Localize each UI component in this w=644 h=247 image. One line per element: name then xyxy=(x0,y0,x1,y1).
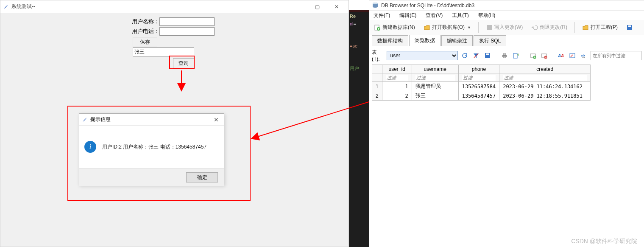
table-label: 表(T): xyxy=(372,49,384,62)
info-icon: i xyxy=(84,141,96,153)
tk-titlebar: 系统测试-- — ▢ ✕ xyxy=(0,0,348,13)
tab-structure[interactable]: 数据库结构 xyxy=(372,35,408,46)
tk-feather-icon xyxy=(3,4,9,10)
table-row[interactable]: 1 1 我是管理员 13526587584 2023-06-29 11:46:2… xyxy=(372,82,591,91)
svg-rect-13 xyxy=(513,53,517,58)
col-created[interactable]: created xyxy=(499,65,591,73)
message-title: 提示信息 xyxy=(90,116,111,123)
col-phone[interactable]: phone xyxy=(458,65,499,73)
code-strip: Re nl= =se 用户 xyxy=(349,10,369,247)
table-row[interactable]: 2 2 张三 13564587457 2023-06-29 12:18:55.9… xyxy=(372,91,591,101)
new-db-button[interactable]: 新建数据库(N) xyxy=(371,22,418,32)
menu-edit[interactable]: 编辑(E) xyxy=(397,11,419,20)
revert-changes-button[interactable]: 倒退更改(R) xyxy=(528,22,570,32)
db-titlebar: DB Browser for SQLite - D:\dd\testdb.db3 xyxy=(369,0,644,11)
tk-window: 系统测试-- — ▢ ✕ 用户名称： 用户电话： 保存 查询 提示信息 ✕ xyxy=(0,0,349,247)
search-input[interactable] xyxy=(133,47,194,56)
db-window-title: DB Browser for SQLite - D:\dd\testdb.db3 xyxy=(381,3,474,8)
text-format-icon[interactable]: AA xyxy=(557,51,566,60)
menu-file[interactable]: 文件(F) xyxy=(371,11,393,20)
svg-point-1 xyxy=(373,3,378,4)
clear-filter-icon[interactable] xyxy=(472,51,481,60)
filter-username[interactable] xyxy=(415,75,455,81)
svg-rect-9 xyxy=(486,53,489,55)
col-username[interactable]: username xyxy=(412,65,458,73)
col-user-id[interactable]: user_id xyxy=(382,65,412,73)
username-label: 用户名称： xyxy=(125,18,159,25)
tk-window-title: 系统测试-- xyxy=(11,3,35,10)
tab-browse[interactable]: 浏览数据 xyxy=(409,35,440,46)
svg-rect-12 xyxy=(503,56,506,58)
phone-row: 用户电话： xyxy=(125,27,215,36)
menu-view[interactable]: 查看(V) xyxy=(423,11,445,20)
phone-input[interactable] xyxy=(159,27,215,36)
export-icon[interactable] xyxy=(511,51,520,60)
maximize-button[interactable]: ▢ xyxy=(308,0,327,13)
menu-help[interactable]: 帮助(H) xyxy=(476,11,498,20)
message-text: 用户ID:2 用户名称：张三 电话：13564587457 xyxy=(102,143,206,151)
rownum-header xyxy=(372,65,382,73)
refresh-icon[interactable] xyxy=(460,51,469,60)
edit-cond-icon[interactable] xyxy=(568,51,577,60)
table-selector-row: 表(T): user AA ab xyxy=(369,46,644,65)
db-tabbar: 数据库结构 浏览数据 编辑杂注 执行 SQL xyxy=(369,35,644,46)
db-app-icon xyxy=(372,2,379,9)
svg-text:A: A xyxy=(560,53,564,58)
replace-icon[interactable]: ab xyxy=(579,51,588,60)
ok-button[interactable]: 确定 xyxy=(186,172,218,182)
filter-user-id[interactable] xyxy=(386,75,408,81)
filter-created[interactable] xyxy=(503,75,587,81)
minimize-button[interactable]: — xyxy=(289,0,308,13)
table-select[interactable]: user xyxy=(387,51,458,60)
svg-rect-11 xyxy=(503,53,506,55)
open-project-button[interactable]: 打开工程(P) xyxy=(579,22,621,32)
open-db-button[interactable]: 打开数据库(O)▼ xyxy=(421,22,474,32)
username-input[interactable] xyxy=(159,17,215,26)
watermark: CSDN @软件科学研究院 xyxy=(571,238,637,245)
tab-pragma[interactable]: 编辑杂注 xyxy=(441,35,473,46)
message-titlebar: 提示信息 ✕ xyxy=(79,114,224,126)
close-button[interactable]: ✕ xyxy=(327,0,346,13)
toolbar: 新建数据库(N) 打开数据库(O)▼ 写入更改(W) 倒退更改(R) 打开工程(… xyxy=(369,20,644,35)
write-changes-button[interactable]: 写入更改(W) xyxy=(483,22,526,32)
message-dialog: 提示信息 ✕ i 用户ID:2 用户名称：张三 电话：13564587457 确… xyxy=(79,113,224,185)
save-project-button[interactable] xyxy=(623,23,636,32)
svg-rect-6 xyxy=(628,25,631,27)
add-row-icon[interactable] xyxy=(528,51,537,60)
tab-sql[interactable]: 执行 SQL xyxy=(474,35,506,46)
query-button[interactable]: 查询 xyxy=(173,58,194,68)
username-row: 用户名称： xyxy=(125,17,215,26)
menubar: 文件(F) 编辑(E) 查看(V) 工具(T) 帮助(H) xyxy=(369,11,644,20)
db-browser-window: DB Browser for SQLite - D:\dd\testdb.db3… xyxy=(369,0,644,247)
svg-rect-4 xyxy=(487,25,492,30)
filter-phone[interactable] xyxy=(462,75,496,81)
delete-row-icon[interactable] xyxy=(540,51,549,60)
save-button[interactable]: 保存 xyxy=(133,37,157,47)
menu-tools[interactable]: 工具(T) xyxy=(449,11,471,20)
tk-feather-icon xyxy=(82,117,88,123)
phone-label: 用户电话： xyxy=(125,28,159,35)
message-close-button[interactable]: ✕ xyxy=(211,116,221,123)
print-icon[interactable] xyxy=(500,51,509,60)
data-table: user_id username phone created 1 1 我是管理员… xyxy=(372,65,591,101)
save-icon[interactable] xyxy=(483,51,492,60)
svg-text:A: A xyxy=(558,53,561,58)
global-filter-input[interactable] xyxy=(591,51,641,60)
